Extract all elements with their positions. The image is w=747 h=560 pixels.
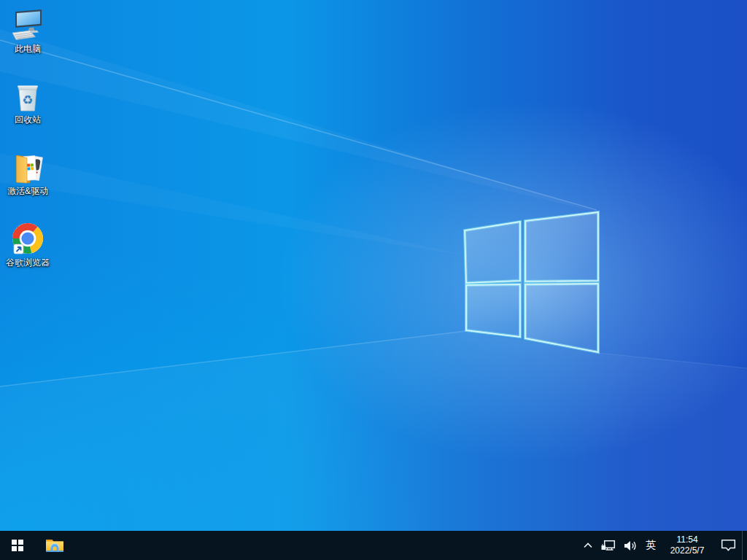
desktop-icon-google-chrome[interactable]: 谷歌浏览器 (0, 221, 55, 268)
icon-label: 谷歌浏览器 (6, 257, 50, 268)
screen: 此电脑 ♻ 回收站 (0, 0, 747, 560)
show-desktop-button[interactable] (742, 531, 747, 560)
speaker-volume-icon (624, 540, 638, 551)
icon-label: 激活&驱动 (7, 186, 48, 196)
this-pc-icon (10, 7, 45, 42)
action-center-button[interactable] (714, 531, 742, 560)
tray-volume-button[interactable] (619, 531, 641, 560)
windows-start-icon (12, 540, 23, 551)
tray-network-button[interactable] (597, 531, 619, 560)
file-explorer-button[interactable] (38, 531, 71, 560)
desktop[interactable]: 此电脑 ♻ 回收站 (0, 0, 747, 531)
action-center-icon (721, 539, 736, 552)
wallpaper-windows-hero (0, 0, 747, 531)
start-button[interactable] (0, 531, 35, 560)
icon-label: 回收站 (15, 114, 41, 125)
tray-show-hidden-icons-button[interactable] (578, 531, 597, 560)
tray-clock-button[interactable]: 11:54 2022/5/7 (660, 531, 714, 560)
activation-drivers-folder-icon (10, 149, 45, 184)
taskbar-empty-area[interactable] (71, 531, 578, 560)
icon-label: 此电脑 (15, 44, 41, 54)
tray-ime-language-button[interactable]: 英 (641, 531, 660, 560)
system-tray: 英 11:54 2022/5/7 (578, 531, 747, 560)
ime-indicator: 英 (646, 539, 656, 552)
file-explorer-icon (45, 537, 64, 553)
chevron-up-icon (583, 541, 593, 550)
taskbar: 英 11:54 2022/5/7 (0, 531, 747, 560)
desktop-icon-activation-drivers[interactable]: 激活&驱动 (0, 149, 55, 196)
network-ethernet-icon (601, 540, 616, 551)
clock-date: 2022/5/7 (670, 545, 705, 556)
desktop-icon-recycle-bin[interactable]: ♻ 回收站 (0, 78, 55, 125)
recycle-bin-icon: ♻ (10, 78, 45, 113)
desktop-icon-this-pc[interactable]: 此电脑 (0, 7, 55, 54)
shortcut-arrow-overlay (14, 244, 23, 254)
clock-time: 11:54 (676, 534, 697, 545)
svg-text:♻: ♻ (22, 93, 33, 107)
google-chrome-icon (10, 221, 45, 256)
